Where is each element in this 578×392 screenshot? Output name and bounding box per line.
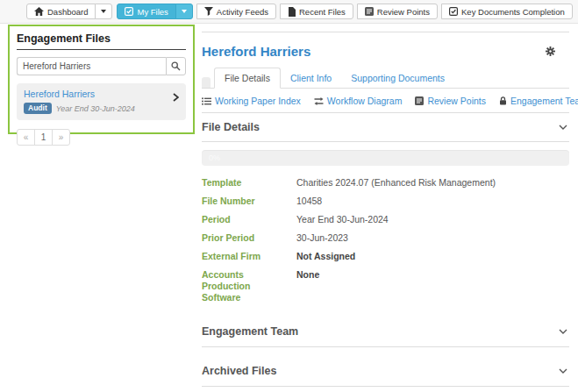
audit-badge: Audit bbox=[24, 103, 52, 114]
file-icon bbox=[288, 7, 296, 17]
dashboard-button[interactable]: Dashboard bbox=[26, 4, 96, 19]
field-value: 10458 bbox=[296, 196, 322, 207]
field-row-file-number: File Number 10458 bbox=[202, 196, 569, 207]
lock-icon bbox=[499, 96, 507, 105]
gear-icon[interactable] bbox=[546, 46, 555, 56]
activity-feeds-button[interactable]: Activity Feeds bbox=[196, 4, 276, 19]
engagement-file-period: Year End 30-Jun-2024 bbox=[56, 104, 135, 113]
field-label: Period bbox=[202, 214, 296, 225]
engagement-file-list-item[interactable]: Hereford Harriers Audit Year End 30-Jun-… bbox=[17, 83, 186, 120]
progress-label: 0% bbox=[209, 153, 220, 162]
field-row-accounts-production-software: Accounts Production Software None bbox=[202, 269, 569, 303]
review-points-icon bbox=[415, 96, 424, 105]
engagement-team-permissions-link[interactable]: Engagement Team Permissions bbox=[499, 96, 578, 106]
activity-feeds-group: Activity Feeds bbox=[197, 4, 276, 19]
chevron-down-icon[interactable] bbox=[559, 368, 567, 374]
pagination-page-1-button[interactable]: 1 bbox=[34, 129, 53, 146]
tab-client-info[interactable]: Client Info bbox=[281, 68, 341, 88]
caret-down-icon bbox=[101, 10, 106, 13]
filter-icon bbox=[204, 7, 213, 16]
tab-bar: File Details Client Info Supporting Docu… bbox=[202, 68, 569, 89]
field-label: Template bbox=[202, 177, 296, 189]
field-row-prior-period: Prior Period 30-Jun-2023 bbox=[202, 232, 569, 244]
dashboard-dropdown-toggle[interactable] bbox=[95, 4, 112, 19]
list-icon bbox=[202, 97, 211, 105]
recent-files-group: Recent Files bbox=[281, 4, 353, 19]
working-paper-index-label: Working Paper Index bbox=[215, 96, 301, 106]
search-icon bbox=[171, 61, 181, 71]
chevron-down-icon[interactable] bbox=[559, 329, 567, 334]
engagement-team-permissions-label: Engagement Team Permissions bbox=[510, 96, 578, 106]
exchange-arrows-icon bbox=[314, 97, 324, 105]
engagement-file-name: Hereford Harriers bbox=[24, 89, 179, 99]
my-files-dropdown-toggle[interactable] bbox=[175, 4, 193, 19]
field-row-period: Period Year End 30-Jun-2024 bbox=[202, 214, 569, 225]
field-row-template: Template Charities 2024.07 (Enhanced Ris… bbox=[202, 177, 569, 189]
file-details-fields: Template Charities 2024.07 (Enhanced Ris… bbox=[202, 177, 569, 303]
tab-supporting-documents[interactable]: Supporting Documents bbox=[341, 68, 454, 88]
engagement-search-input[interactable] bbox=[17, 57, 166, 75]
dashboard-button-group: Dashboard bbox=[26, 4, 112, 19]
engagement-files-heading: Engagement Files bbox=[17, 32, 186, 50]
engagement-team-section: Engagement Team bbox=[202, 318, 569, 347]
field-label: File Number bbox=[202, 196, 296, 207]
tab-stub bbox=[202, 77, 211, 88]
check-square-icon bbox=[125, 7, 133, 16]
field-row-external-firm: External Firm Not Assigned bbox=[202, 251, 569, 262]
review-points-button[interactable]: Review Points bbox=[357, 4, 438, 19]
recent-files-button[interactable]: Recent Files bbox=[280, 4, 353, 19]
engagement-search-group bbox=[17, 57, 186, 75]
review-points-label: Review Points bbox=[377, 7, 430, 17]
caret-down-icon bbox=[182, 10, 187, 13]
field-label: External Firm bbox=[202, 251, 296, 262]
file-details-section-header: File Details bbox=[202, 113, 569, 142]
field-value: 30-Jun-2023 bbox=[296, 232, 348, 244]
recent-files-label: Recent Files bbox=[299, 7, 346, 17]
pagination-next-button[interactable]: » bbox=[52, 129, 70, 146]
page-title: Hereford Harriers bbox=[202, 44, 310, 59]
engagement-team-section-header: Engagement Team bbox=[202, 318, 569, 346]
field-value: None bbox=[296, 269, 319, 303]
chevron-down-icon[interactable] bbox=[559, 125, 567, 130]
my-files-button-group: My Files bbox=[117, 4, 192, 19]
field-value: Not Assigned bbox=[296, 251, 355, 262]
review-points-link[interactable]: Review Points bbox=[415, 96, 486, 106]
activity-feeds-label: Activity Feeds bbox=[217, 7, 268, 17]
chevron-right-icon bbox=[173, 89, 179, 105]
dashboard-label: Dashboard bbox=[47, 7, 88, 17]
completion-progress-bar: 0% bbox=[202, 150, 569, 166]
engagement-team-heading: Engagement Team bbox=[202, 325, 298, 338]
workflow-diagram-label: Workflow Diagram bbox=[327, 96, 403, 106]
field-value: Charities 2024.07 (Enhanced Risk Managem… bbox=[296, 177, 496, 189]
file-details-heading: File Details bbox=[202, 121, 260, 133]
workflow-diagram-link[interactable]: Workflow Diagram bbox=[314, 96, 403, 106]
archived-files-section: Archived Files bbox=[202, 358, 569, 387]
archived-files-heading: Archived Files bbox=[202, 365, 276, 377]
key-documents-completion-label: Key Documents Completion bbox=[461, 7, 565, 17]
my-files-label: My Files bbox=[137, 7, 168, 17]
field-label: Accounts Production Software bbox=[202, 269, 296, 303]
search-button[interactable] bbox=[166, 57, 186, 75]
title-row: Hereford Harriers bbox=[202, 44, 569, 59]
my-files-button[interactable]: My Files bbox=[117, 4, 175, 19]
key-documents-group: Key Documents Completion bbox=[442, 4, 573, 19]
home-icon bbox=[34, 7, 44, 16]
main-content: Hereford Harriers File Details Client In… bbox=[202, 32, 569, 392]
check-square-icon bbox=[449, 7, 458, 16]
top-toolbar: Dashboard My Files Activity Feeds Recent… bbox=[0, 0, 578, 24]
key-documents-completion-button[interactable]: Key Documents Completion bbox=[441, 4, 573, 19]
review-points-group: Review Points bbox=[358, 4, 438, 19]
top-divider bbox=[202, 32, 569, 32]
engagement-files-panel: Engagement Files Hereford Harriers Audit… bbox=[8, 25, 195, 134]
archived-files-section-header: Archived Files bbox=[202, 358, 569, 386]
field-value: Year End 30-Jun-2024 bbox=[296, 214, 389, 225]
tab-file-details[interactable]: File Details bbox=[214, 68, 281, 89]
review-points-link-label: Review Points bbox=[427, 96, 486, 106]
field-label: Prior Period bbox=[202, 232, 296, 244]
pagination-prev-button[interactable]: « bbox=[17, 129, 35, 146]
review-points-icon bbox=[365, 7, 374, 16]
working-paper-index-link[interactable]: Working Paper Index bbox=[202, 96, 301, 106]
quick-links-row: Working Paper Index Workflow Diagram Rev… bbox=[202, 96, 569, 106]
pagination: « 1 » bbox=[17, 129, 70, 146]
engagement-file-meta: Audit Year End 30-Jun-2024 bbox=[24, 103, 179, 114]
